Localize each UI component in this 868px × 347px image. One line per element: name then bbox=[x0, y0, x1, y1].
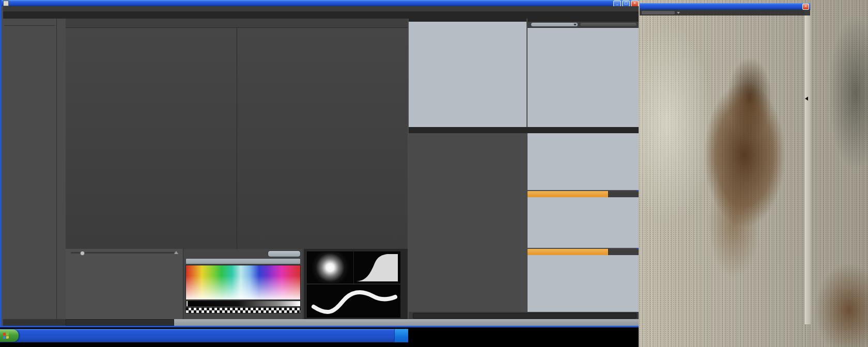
preview-scrollbar[interactable] bbox=[804, 10, 811, 324]
shader-panel-tabs bbox=[528, 15, 639, 22]
material-side-tabs bbox=[520, 135, 526, 264]
command-input[interactable] bbox=[413, 313, 637, 319]
tracking-mode[interactable] bbox=[66, 319, 174, 326]
pipeline-title[interactable] bbox=[528, 191, 608, 197]
filter-dropdown[interactable] bbox=[531, 22, 578, 27]
add-layer-button[interactable] bbox=[580, 22, 637, 27]
statistics-title[interactable] bbox=[528, 249, 608, 255]
paint-tool-sidebar bbox=[3, 19, 57, 319]
hue-saturation-field[interactable] bbox=[185, 265, 301, 300]
tab-info[interactable] bbox=[608, 249, 639, 255]
pipeline-table bbox=[528, 197, 639, 248]
title-bar[interactable]: _ □ × bbox=[2, 0, 640, 6]
status-bar bbox=[3, 319, 639, 326]
tab-presets[interactable] bbox=[608, 191, 639, 197]
rgb-value[interactable] bbox=[268, 250, 301, 257]
scroll-marker-icon bbox=[805, 97, 808, 101]
statistics-header bbox=[528, 249, 639, 255]
value-marker[interactable] bbox=[186, 301, 188, 307]
image-preview-window-titlebar[interactable]: × bbox=[640, 3, 810, 10]
preview-toolbar bbox=[640, 10, 810, 15]
pipeline-header bbox=[528, 191, 639, 197]
slider-knob[interactable] bbox=[80, 251, 85, 256]
modo-window: _ □ × bbox=[0, 0, 639, 327]
sidebar-vertical-tabs bbox=[57, 20, 64, 123]
lists-panel bbox=[528, 133, 639, 190]
preview-type-dropdown[interactable] bbox=[641, 10, 675, 15]
brush-stroke-preview bbox=[307, 285, 400, 318]
value-bar[interactable] bbox=[185, 301, 301, 307]
panel-column-b bbox=[528, 15, 639, 319]
brush-tip-preview bbox=[307, 251, 353, 283]
thumbnail-size-slider[interactable] bbox=[71, 252, 174, 254]
color-picker bbox=[183, 249, 303, 319]
image-browser bbox=[66, 249, 183, 319]
panel-column-a bbox=[409, 15, 526, 319]
app-icon bbox=[3, 1, 9, 6]
shader-filter-row bbox=[528, 22, 639, 28]
selection-toolbar bbox=[66, 19, 408, 28]
statistics-table bbox=[528, 255, 639, 312]
shader-tree bbox=[528, 28, 639, 127]
texture-preview-image[interactable] bbox=[639, 0, 868, 347]
viewport-left[interactable] bbox=[66, 28, 237, 249]
mouse-help-text bbox=[174, 319, 639, 326]
slider-max-icon bbox=[174, 251, 178, 254]
windows-flag-icon bbox=[3, 332, 9, 339]
tool-list bbox=[3, 19, 56, 21]
desktop: _ □ × bbox=[0, 0, 868, 347]
material-properties bbox=[409, 133, 520, 319]
start-button[interactable] bbox=[0, 329, 19, 342]
brush-preview-area bbox=[304, 249, 408, 319]
items-panel-tabs bbox=[409, 15, 526, 22]
chevron-down-icon bbox=[677, 12, 680, 14]
menu-bar bbox=[3, 6, 639, 12]
divider bbox=[4, 25, 55, 26]
taskbar bbox=[0, 329, 408, 342]
preview-close-button[interactable]: × bbox=[802, 4, 809, 10]
brush-falloff-curve bbox=[354, 251, 400, 283]
system-tray bbox=[394, 329, 408, 342]
viewport-right[interactable] bbox=[237, 28, 408, 249]
command-bar bbox=[409, 312, 639, 319]
items-tree bbox=[409, 22, 526, 127]
properties-panel-tabs bbox=[409, 127, 532, 133]
lists-panel-tabs bbox=[528, 127, 643, 133]
alpha-checker-bar[interactable] bbox=[185, 307, 301, 313]
picker-header bbox=[185, 258, 301, 264]
